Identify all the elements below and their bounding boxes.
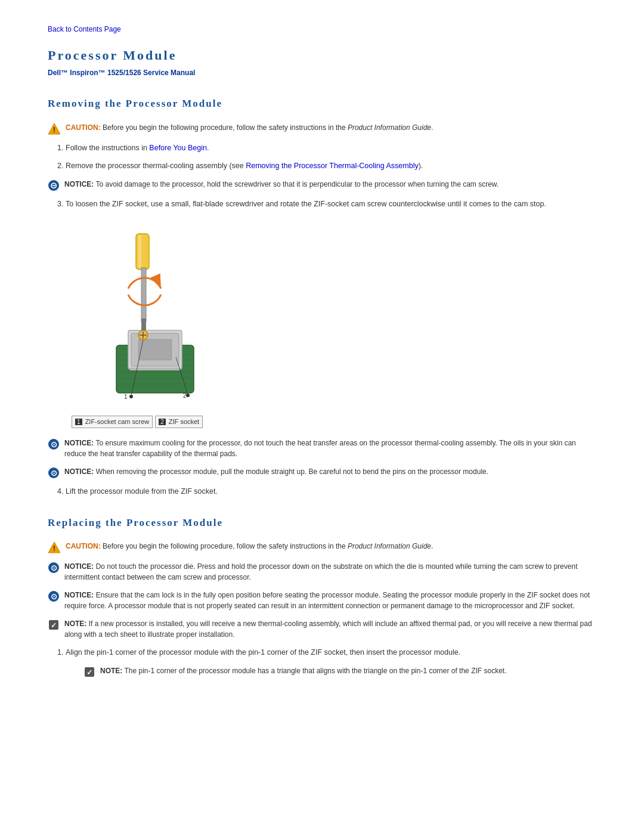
svg-text:1: 1: [124, 394, 128, 400]
replacing-note2-text: NOTE: The pin-1 corner of the processor …: [100, 665, 506, 676]
svg-rect-7: [141, 318, 146, 330]
svg-rect-4: [136, 234, 149, 270]
notice-icon-3: ⊙: [48, 467, 60, 479]
svg-text:!: !: [53, 544, 55, 553]
page-subtitle: Dell™ Inspiron™ 1525/1526 Service Manual: [48, 67, 596, 78]
removing-caution: ! CAUTION: Before you begin the followin…: [48, 122, 596, 135]
label-1-box: 1 ZIF-socket cam screw: [72, 416, 153, 428]
replacing-steps: Align the pin-1 corner of the processor …: [66, 647, 596, 658]
removing-caution-text: CAUTION: Before you begin the following …: [66, 122, 433, 133]
note-icon-2: ✓: [83, 666, 95, 678]
note-icon-1: ✓: [48, 619, 60, 631]
removing-notice2: ⊙ NOTICE: To ensure maximum cooling for …: [48, 438, 596, 459]
svg-rect-6: [141, 268, 146, 321]
removing-step4-list: Lift the processor module from the ZIF s…: [66, 486, 596, 497]
before-you-begin-link[interactable]: Before You Begin: [149, 144, 207, 152]
replacing-note1: ✓ NOTE: If a new processor is installed,…: [48, 618, 596, 640]
svg-text:⊙: ⊙: [51, 469, 57, 478]
removing-notice3-text: NOTICE: When removing the processor modu…: [64, 466, 488, 477]
replacing-notice1: ⊙ NOTICE: Do not touch the processor die…: [48, 561, 596, 583]
removing-notice3: ⊙ NOTICE: When removing the processor mo…: [48, 466, 596, 479]
notice-icon-1: ⊝: [48, 179, 60, 191]
replacing-notice-icon-2: ⊙: [48, 590, 60, 602]
svg-rect-21: [130, 368, 180, 370]
svg-rect-20: [138, 339, 172, 360]
replacing-section-title: Replacing the Processor Module: [48, 515, 596, 531]
caution-label: CAUTION:: [66, 123, 101, 132]
zif-illustration-container: 1 2: [83, 229, 215, 405]
replacing-caution-text: CAUTION: Before you begin the following …: [66, 541, 433, 552]
zif-socket-image: 1 2: [83, 229, 215, 402]
back-to-contents-link[interactable]: Back to Contents Page: [48, 24, 596, 35]
svg-text:✓: ✓: [51, 621, 57, 630]
replacing-note1-text: NOTE: If a new processor is installed, y…: [64, 618, 596, 640]
removing-notice1: ⊝ NOTICE: To avoid damage to the process…: [48, 179, 596, 191]
removing-notice1-text: NOTICE: To avoid damage to the processor…: [64, 179, 499, 190]
replacing-notice-icon-1: ⊙: [48, 562, 60, 574]
step-2: Remove the processor thermal-cooling ass…: [66, 160, 596, 172]
replacing-notice1-text: NOTICE: Do not touch the processor die. …: [64, 561, 596, 583]
notice-icon-2: ⊙: [48, 438, 60, 450]
svg-rect-5: [138, 235, 141, 268]
svg-text:⊝: ⊝: [50, 181, 57, 190]
replacing-notice2-text: NOTICE: Ensure that the cam lock is in t…: [64, 590, 596, 611]
removing-steps: Follow the instructions in Before You Be…: [66, 143, 596, 172]
svg-point-26: [129, 395, 133, 398]
thermal-cooling-link[interactable]: Removing the Processor Thermal-Cooling A…: [246, 162, 418, 170]
svg-text:2: 2: [183, 392, 187, 399]
step-4: Lift the processor module from the ZIF s…: [66, 486, 596, 497]
removing-section-title: Removing the Processor Module: [48, 96, 596, 112]
removing-notice2-text: NOTICE: To ensure maximum cooling for th…: [64, 438, 596, 459]
caution-icon-2: !: [48, 541, 61, 554]
page-title: Processor Module: [48, 45, 596, 65]
svg-text:⊙: ⊙: [51, 440, 57, 449]
replacing-caution: ! CAUTION: Before you begin the followin…: [48, 541, 596, 554]
replacing-notice2: ⊙ NOTICE: Ensure that the cam lock is in…: [48, 590, 596, 611]
step-1: Follow the instructions in Before You Be…: [66, 143, 596, 154]
svg-text:✓: ✓: [86, 668, 92, 677]
caution-icon: !: [48, 122, 61, 135]
svg-text:!: !: [53, 125, 55, 134]
svg-point-29: [186, 394, 190, 397]
replacing-step-1: Align the pin-1 corner of the processor …: [66, 647, 596, 658]
caution-label-2: CAUTION:: [66, 542, 101, 550]
label-row: 1 ZIF-socket cam screw 2 ZIF socket: [72, 416, 596, 428]
label-2-box: 2 ZIF socket: [155, 416, 203, 428]
step-3: To loosen the ZIF socket, use a small, f…: [66, 199, 596, 210]
replacing-note2: ✓ NOTE: The pin-1 corner of the processo…: [83, 665, 596, 678]
svg-text:⊙: ⊙: [51, 563, 57, 572]
svg-text:⊙: ⊙: [51, 592, 57, 601]
removing-step3-list: To loosen the ZIF socket, use a small, f…: [66, 199, 596, 210]
